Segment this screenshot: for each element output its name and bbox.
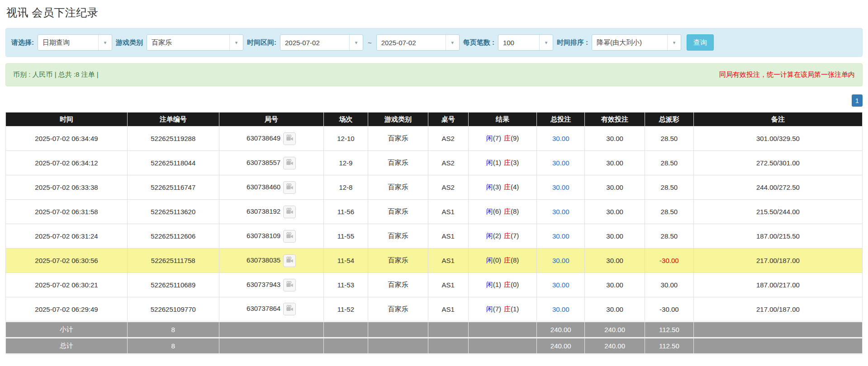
table-row: 2025-07-02 06:29:49 522625109770 6307378… bbox=[6, 297, 863, 322]
cell-bet-id: 522625118044 bbox=[127, 151, 219, 175]
cell-result: 闲(2)庄(7) bbox=[468, 224, 537, 249]
cell-result: 闲(0)庄(8) bbox=[468, 249, 537, 273]
cell-game-type: 百家乐 bbox=[368, 127, 428, 151]
cell-time: 2025-07-02 06:33:38 bbox=[6, 175, 128, 200]
total-bet-sum: 240.00 bbox=[537, 338, 585, 354]
search-button[interactable]: 查询 bbox=[687, 34, 714, 51]
table-header: 时间 注单编号 局号 场次 游戏类别 桌号 结果 总投注 有效投注 总派彩 备注 bbox=[6, 113, 863, 127]
total-bet-link[interactable]: 30.00 bbox=[552, 305, 569, 313]
total-bet-link[interactable]: 30.00 bbox=[552, 232, 569, 240]
game-type-select[interactable]: 百家乐 ▾ bbox=[147, 34, 243, 51]
cell-valid-bet: 30.00 bbox=[585, 200, 645, 224]
col-payout: 总派彩 bbox=[645, 113, 693, 127]
cell-round-id: 630738109 bbox=[219, 224, 323, 249]
total-bet-link[interactable]: 30.00 bbox=[552, 183, 569, 191]
col-total-bet: 总投注 bbox=[537, 113, 585, 127]
video-replay-button[interactable] bbox=[283, 132, 296, 145]
cell-round-id: 630738460 bbox=[219, 175, 323, 200]
date-from-select[interactable]: 2025-07-02 ▾ bbox=[280, 34, 363, 51]
chevron-down-icon: ▾ bbox=[539, 35, 553, 50]
cell-payout: 28.50 bbox=[645, 127, 693, 151]
bet-records-table: 时间 注单编号 局号 场次 游戏类别 桌号 结果 总投注 有效投注 总派彩 备注… bbox=[5, 112, 863, 355]
cell-remark: 272.50/301.00 bbox=[693, 151, 862, 175]
date-to-select[interactable]: 2025-07-02 ▾ bbox=[376, 34, 460, 51]
cell-round-id: 630738649 bbox=[219, 127, 323, 151]
table-footer: 小计 8 240.00 240.00 112.50 总计 8 240.00 24… bbox=[6, 322, 863, 354]
cell-valid-bet: 30.00 bbox=[585, 224, 645, 249]
cell-remark: 215.50/244.00 bbox=[693, 200, 862, 224]
cell-result: 闲(6)庄(8) bbox=[468, 200, 537, 224]
cell-round-id: 630737864 bbox=[219, 297, 323, 322]
cell-table-no: AS1 bbox=[428, 273, 468, 297]
col-result: 结果 bbox=[468, 113, 537, 127]
cell-session: 11-56 bbox=[323, 200, 368, 224]
banker-result: 庄 bbox=[504, 232, 511, 239]
query-type-select[interactable]: 日期查询 ▾ bbox=[38, 34, 112, 51]
cell-game-type: 百家乐 bbox=[368, 224, 428, 249]
total-count: 8 bbox=[127, 322, 219, 338]
table-row: 2025-07-02 06:34:49 522625119288 6307386… bbox=[6, 127, 863, 151]
col-game-type: 游戏类别 bbox=[368, 113, 428, 127]
cell-game-type: 百家乐 bbox=[368, 200, 428, 224]
cell-session: 11-54 bbox=[323, 249, 368, 273]
video-camera-icon bbox=[286, 183, 294, 192]
page-1-button[interactable]: 1 bbox=[852, 94, 863, 107]
cell-time: 2025-07-02 06:34:12 bbox=[6, 151, 128, 175]
video-replay-button[interactable] bbox=[283, 157, 296, 169]
total-bet-link[interactable]: 30.00 bbox=[552, 281, 569, 289]
cell-round-id: 630737943 bbox=[219, 273, 323, 297]
video-replay-button[interactable] bbox=[283, 206, 296, 218]
chevron-down-icon: ▾ bbox=[446, 35, 459, 50]
cell-total-bet: 30.00 bbox=[537, 175, 585, 200]
chevron-down-icon: ▾ bbox=[667, 35, 681, 50]
payout-sum: 112.50 bbox=[645, 338, 693, 354]
cell-remark: 217.00/187.00 bbox=[693, 249, 862, 273]
cell-payout: 28.50 bbox=[645, 224, 693, 249]
cell-bet-id: 522625109770 bbox=[127, 297, 219, 322]
video-replay-button[interactable] bbox=[283, 230, 296, 243]
cell-round-id: 630738192 bbox=[219, 200, 323, 224]
game-type-label: 游戏类别 bbox=[116, 38, 143, 47]
cell-result: 闲(7)庄(1) bbox=[468, 297, 537, 322]
cell-bet-id: 522625112606 bbox=[127, 224, 219, 249]
player-result: 闲 bbox=[486, 281, 493, 288]
total-bet-link[interactable]: 30.00 bbox=[552, 159, 569, 167]
video-camera-icon bbox=[286, 134, 294, 143]
video-replay-button[interactable] bbox=[283, 303, 296, 315]
cell-total-bet: 30.00 bbox=[537, 273, 585, 297]
cell-valid-bet: 30.00 bbox=[585, 127, 645, 151]
video-replay-button[interactable] bbox=[283, 181, 296, 194]
cell-payout: 30.00 bbox=[645, 273, 693, 297]
total-bet-link[interactable]: 30.00 bbox=[552, 257, 569, 264]
cell-game-type: 百家乐 bbox=[368, 175, 428, 200]
cell-round-id: 630738557 bbox=[219, 151, 323, 175]
video-replay-button[interactable] bbox=[283, 279, 296, 291]
total-bet-link[interactable]: 30.00 bbox=[552, 135, 569, 142]
col-table-no: 桌号 bbox=[428, 113, 468, 127]
cell-payout: -30.00 bbox=[645, 297, 693, 322]
per-page-select[interactable]: 100 ▾ bbox=[498, 34, 553, 51]
video-camera-icon bbox=[286, 207, 294, 216]
currency-summary-text: 币别 : 人民币 | 总共 :8 注单 | bbox=[13, 70, 99, 79]
cell-bet-id: 522625113620 bbox=[127, 200, 219, 224]
col-time: 时间 bbox=[6, 113, 128, 127]
sort-label: 时间排序 : bbox=[557, 38, 588, 47]
cell-total-bet: 30.00 bbox=[537, 200, 585, 224]
total-row: 总计 8 240.00 240.00 112.50 bbox=[6, 338, 863, 354]
banker-result: 庄 bbox=[504, 305, 511, 313]
table-row: 2025-07-02 06:34:12 522625118044 6307385… bbox=[6, 151, 863, 175]
cell-table-no: AS1 bbox=[428, 297, 468, 322]
banker-result: 庄 bbox=[504, 207, 511, 215]
cell-time: 2025-07-02 06:34:49 bbox=[6, 127, 128, 151]
cell-game-type: 百家乐 bbox=[368, 249, 428, 273]
cell-valid-bet: 30.00 bbox=[585, 297, 645, 322]
cell-table-no: AS1 bbox=[428, 224, 468, 249]
col-valid-bet: 有效投注 bbox=[585, 113, 645, 127]
sort-select[interactable]: 降幂(由大到小) ▾ bbox=[592, 34, 681, 51]
cell-payout: 28.50 bbox=[645, 175, 693, 200]
video-replay-button[interactable] bbox=[283, 254, 296, 267]
cell-valid-bet: 30.00 bbox=[585, 249, 645, 273]
total-bet-link[interactable]: 30.00 bbox=[552, 208, 569, 216]
table-row: 2025-07-02 06:33:38 522625116747 6307384… bbox=[6, 175, 863, 200]
summary-bar: 币别 : 人民币 | 总共 :8 注单 | 同局有效投注，统一计算在该局第一张注… bbox=[5, 63, 863, 86]
